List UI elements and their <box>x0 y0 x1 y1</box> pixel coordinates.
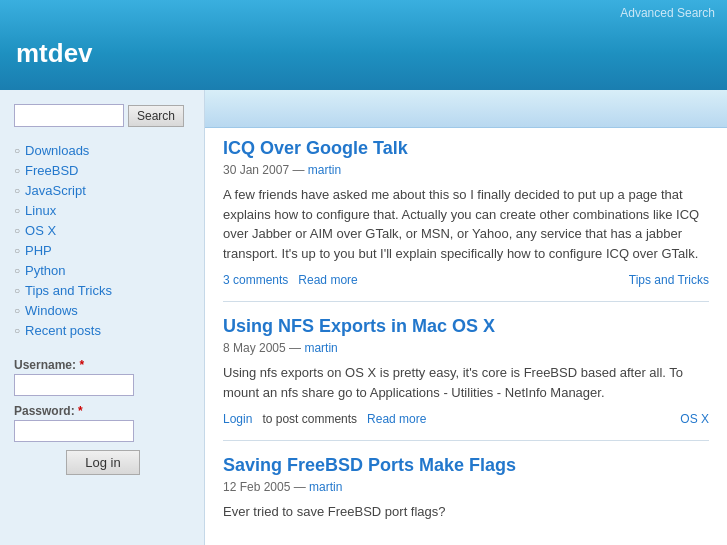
post-body-freebsd: Ever tried to save FreeBSD port flags? <box>223 502 709 522</box>
post-icq: ICQ Over Google Talk 30 Jan 2007 — marti… <box>223 138 709 302</box>
header-top: Advanced Search <box>16 0 727 20</box>
login-form: Username: * Password: * Log in <box>14 358 192 475</box>
post-author-nfs: martin <box>304 341 337 355</box>
layout: Search Downloads FreeBSD JavaScript Linu… <box>0 90 727 545</box>
post-freebsd: Saving FreeBSD Ports Make Flags 12 Feb 2… <box>223 455 709 545</box>
post-category-nfs[interactable]: OS X <box>680 412 709 426</box>
nav-link-osx[interactable]: OS X <box>25 223 56 238</box>
post-category-icq[interactable]: Tips and Tricks <box>629 273 709 287</box>
nav-link-php[interactable]: PHP <box>25 243 52 258</box>
posts-area: ICQ Over Google Talk 30 Jan 2007 — marti… <box>205 128 727 545</box>
post-body-nfs: Using nfs exports on OS X is pretty easy… <box>223 363 709 402</box>
nav-item-linux[interactable]: Linux <box>14 203 192 218</box>
nav-item-php[interactable]: PHP <box>14 243 192 258</box>
nav-list: Downloads FreeBSD JavaScript Linux OS X … <box>14 143 192 338</box>
login-button[interactable]: Log in <box>66 450 139 475</box>
main-content: ICQ Over Google Talk 30 Jan 2007 — marti… <box>205 90 727 545</box>
post-title-nfs: Using NFS Exports in Mac OS X <box>223 316 709 337</box>
post-meta-icq: 30 Jan 2007 — martin <box>223 163 709 177</box>
content-header <box>205 90 727 128</box>
nav-item-downloads[interactable]: Downloads <box>14 143 192 158</box>
post-login-nfs[interactable]: Login <box>223 412 252 426</box>
nav-link-windows[interactable]: Windows <box>25 303 78 318</box>
nav-link-python[interactable]: Python <box>25 263 65 278</box>
post-footer-icq: 3 comments Read more Tips and Tricks <box>223 273 709 287</box>
post-title-freebsd: Saving FreeBSD Ports Make Flags <box>223 455 709 476</box>
username-label: Username: * <box>14 358 192 372</box>
post-title-icq: ICQ Over Google Talk <box>223 138 709 159</box>
search-box: Search <box>14 104 192 127</box>
post-comments-icq[interactable]: 3 comments <box>223 273 288 287</box>
nav-link-recent[interactable]: Recent posts <box>25 323 101 338</box>
post-login-suffix-nfs: to post comments <box>262 412 357 426</box>
post-meta-freebsd: 12 Feb 2005 — martin <box>223 480 709 494</box>
post-author-freebsd: martin <box>309 480 342 494</box>
post-link-nfs[interactable]: Using NFS Exports in Mac OS X <box>223 316 495 336</box>
post-body-icq: A few friends have asked me about this s… <box>223 185 709 263</box>
password-label: Password: * <box>14 404 192 418</box>
sidebar: Search Downloads FreeBSD JavaScript Linu… <box>0 90 205 545</box>
post-readmore-nfs[interactable]: Read more <box>367 412 426 426</box>
password-required: * <box>78 404 83 418</box>
post-meta-nfs: 8 May 2005 — martin <box>223 341 709 355</box>
search-button[interactable]: Search <box>128 105 184 127</box>
advanced-search-link[interactable]: Advanced Search <box>620 6 715 20</box>
post-readmore-icq[interactable]: Read more <box>298 273 357 287</box>
nav-item-tips[interactable]: Tips and Tricks <box>14 283 192 298</box>
nav-link-tips[interactable]: Tips and Tricks <box>25 283 112 298</box>
nav-link-downloads[interactable]: Downloads <box>25 143 89 158</box>
nav-link-freebsd[interactable]: FreeBSD <box>25 163 78 178</box>
password-input[interactable] <box>14 420 134 442</box>
site-header: Advanced Search mtdev <box>0 0 727 90</box>
post-link-freebsd[interactable]: Saving FreeBSD Ports Make Flags <box>223 455 516 475</box>
post-nfs: Using NFS Exports in Mac OS X 8 May 2005… <box>223 316 709 441</box>
username-required: * <box>79 358 84 372</box>
nav-link-linux[interactable]: Linux <box>25 203 56 218</box>
site-title: mtdev <box>16 20 727 69</box>
nav-item-freebsd[interactable]: FreeBSD <box>14 163 192 178</box>
nav-item-recent[interactable]: Recent posts <box>14 323 192 338</box>
nav-item-windows[interactable]: Windows <box>14 303 192 318</box>
username-input[interactable] <box>14 374 134 396</box>
post-link-icq[interactable]: ICQ Over Google Talk <box>223 138 408 158</box>
post-author-icq: martin <box>308 163 341 177</box>
nav-item-osx[interactable]: OS X <box>14 223 192 238</box>
nav-link-javascript[interactable]: JavaScript <box>25 183 86 198</box>
post-footer-nfs: Login to post comments Read more OS X <box>223 412 709 426</box>
nav-item-python[interactable]: Python <box>14 263 192 278</box>
search-input[interactable] <box>14 104 124 127</box>
nav-item-javascript[interactable]: JavaScript <box>14 183 192 198</box>
